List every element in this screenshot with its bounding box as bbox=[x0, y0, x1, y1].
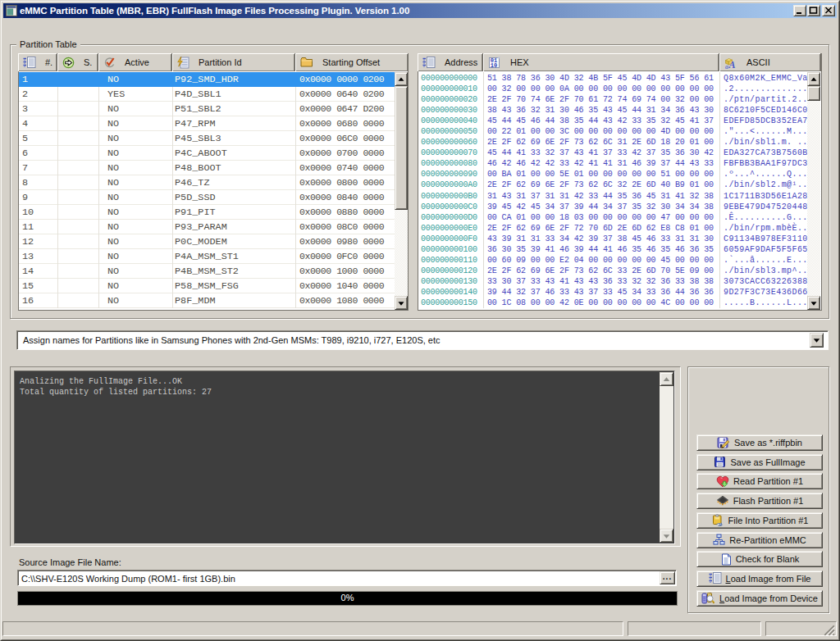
svg-text:a: a bbox=[725, 62, 728, 69]
svg-text:10: 10 bbox=[491, 62, 497, 69]
svg-text:A: A bbox=[728, 58, 736, 69]
